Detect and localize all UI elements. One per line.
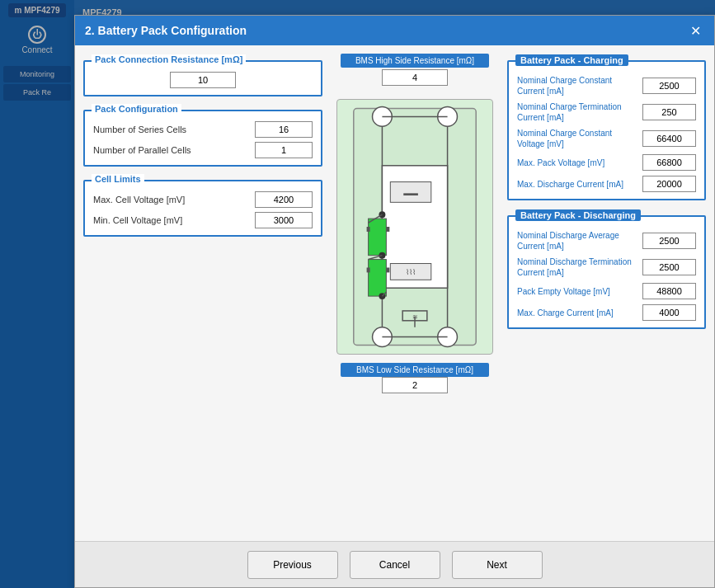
discharging-field-3: Max. Charge Current [mA] — [517, 304, 696, 321]
max-cell-voltage-input[interactable] — [255, 191, 313, 208]
modal-title: 2. Battery Pack Configuration — [85, 24, 247, 37]
charging-field-2: Nominal Charge Constant Voltage [mV] — [517, 128, 696, 149]
series-cells-input[interactable] — [255, 121, 313, 138]
min-cell-voltage-input[interactable] — [255, 212, 313, 228]
bms-low-side-input[interactable] — [382, 377, 448, 393]
bms-high-side-container: BMS High Side Resistance [mΩ] — [341, 54, 489, 86]
charging-label-1: Nominal Charge Termination Current [mA] — [517, 101, 642, 123]
modal-footer: Previous Cancel Next — [75, 541, 714, 587]
modal-body: Pack Connection Resistance [mΩ] Pack Con… — [75, 45, 714, 541]
next-button[interactable]: Next — [452, 551, 543, 579]
charging-field-1: Nominal Charge Termination Current [mA] — [517, 101, 696, 123]
modal-center-column: BMS High Side Resistance [mΩ] — [332, 54, 497, 533]
discharging-field-2: Pack Empty Voltage [mV] — [517, 283, 696, 299]
discharging-field-1: Nominal Discharge Termination Current [m… — [517, 256, 696, 278]
pack-connection-title: Pack Connection Resistance [mΩ] — [92, 54, 246, 64]
charging-input-1[interactable] — [642, 104, 696, 120]
bms-high-side-label: BMS High Side Resistance [mΩ] — [341, 54, 489, 68]
charging-fields: Nominal Charge Constant Current [mA] Nom… — [517, 75, 696, 192]
pack-connection-panel: Pack Connection Resistance [mΩ] — [83, 60, 322, 96]
cell-limits-panel: Cell Limits Max. Cell Voltage [mV] Min. … — [83, 180, 322, 237]
discharging-field-0: Nominal Discharge Average Current [mA] — [517, 230, 696, 252]
bms-diagram: ▬▬ ⌇⌇⌇ ≋ — [336, 99, 493, 355]
svg-rect-11 — [369, 260, 387, 297]
discharging-label-1: Nominal Discharge Termination Current [m… — [517, 256, 642, 278]
discharging-panel-title: Battery Pack - Discharging — [515, 209, 641, 221]
max-cell-voltage-row: Max. Cell Voltage [mV] — [93, 191, 313, 208]
bms-high-side-input[interactable] — [382, 69, 448, 86]
svg-text:≋: ≋ — [412, 313, 418, 321]
modal-right-column: Battery Pack - Charging Nominal Charge C… — [507, 54, 706, 533]
cell-limits-title: Cell Limits — [92, 174, 144, 184]
svg-text:▬▬: ▬▬ — [403, 189, 418, 197]
previous-button[interactable]: Previous — [247, 551, 338, 579]
charging-input-2[interactable] — [642, 130, 696, 147]
svg-rect-13 — [386, 227, 389, 232]
min-cell-voltage-label: Min. Cell Voltage [mV] — [93, 215, 255, 225]
charging-input-0[interactable] — [642, 78, 696, 94]
modal-close-button[interactable]: ✕ — [687, 23, 704, 39]
discharging-input-0[interactable] — [642, 233, 696, 249]
discharging-input-3[interactable] — [642, 304, 696, 321]
charging-field-0: Nominal Charge Constant Current [mA] — [517, 75, 696, 96]
charging-field-3: Max. Pack Voltage [mV] — [517, 154, 696, 171]
bms-low-side-label: BMS Low Side Resistance [mΩ] — [341, 363, 489, 377]
min-cell-voltage-row: Min. Cell Voltage [mV] — [93, 212, 313, 228]
discharging-fields: Nominal Discharge Average Current [mA] N… — [517, 230, 696, 321]
series-cells-row: Number of Series Cells — [93, 121, 313, 138]
parallel-cells-label: Number of Parallel Cells — [93, 145, 255, 155]
diagram-svg: ▬▬ ⌇⌇⌇ ≋ — [337, 100, 492, 354]
modal-dialog: 2. Battery Pack Configuration ✕ Pack Con… — [74, 15, 715, 588]
charging-label-3: Max. Pack Voltage [mV] — [517, 158, 642, 168]
discharging-label-0: Nominal Discharge Average Current [mA] — [517, 230, 642, 252]
pack-configuration-panel: Pack Configuration Number of Series Cell… — [83, 110, 322, 167]
parallel-cells-row: Number of Parallel Cells — [93, 142, 313, 158]
discharging-input-2[interactable] — [642, 283, 696, 299]
svg-rect-12 — [367, 227, 370, 232]
discharging-label-3: Max. Charge Current [mA] — [517, 308, 642, 318]
discharging-input-1[interactable] — [642, 259, 696, 275]
series-cells-label: Number of Series Cells — [93, 125, 255, 134]
pack-connection-input[interactable] — [170, 72, 236, 88]
charging-panel: Battery Pack - Charging Nominal Charge C… — [507, 60, 706, 200]
charging-label-4: Max. Discharge Current [mA] — [517, 179, 642, 190]
bms-low-side-container: BMS Low Side Resistance [mΩ] — [341, 361, 489, 393]
svg-rect-10 — [369, 219, 387, 256]
charging-field-4: Max. Discharge Current [mA] — [517, 176, 696, 192]
svg-rect-14 — [367, 267, 370, 272]
charging-panel-title: Battery Pack - Charging — [515, 54, 628, 66]
charging-label-0: Nominal Charge Constant Current [mA] — [517, 75, 642, 96]
charging-input-3[interactable] — [642, 154, 696, 171]
cancel-button[interactable]: Cancel — [350, 551, 440, 579]
pack-configuration-title: Pack Configuration — [92, 104, 181, 114]
svg-rect-15 — [386, 267, 389, 272]
charging-input-4[interactable] — [642, 176, 696, 192]
parallel-cells-input[interactable] — [255, 142, 313, 158]
discharging-panel: Battery Pack - Discharging Nominal Disch… — [507, 215, 706, 329]
modal-left-column: Pack Connection Resistance [mΩ] Pack Con… — [83, 54, 322, 533]
charging-label-2: Nominal Charge Constant Voltage [mV] — [517, 128, 642, 149]
modal-titlebar: 2. Battery Pack Configuration ✕ — [75, 16, 714, 45]
max-cell-voltage-label: Max. Cell Voltage [mV] — [93, 195, 255, 205]
svg-text:⌇⌇⌇: ⌇⌇⌇ — [406, 268, 416, 276]
discharging-label-2: Pack Empty Voltage [mV] — [517, 286, 642, 297]
